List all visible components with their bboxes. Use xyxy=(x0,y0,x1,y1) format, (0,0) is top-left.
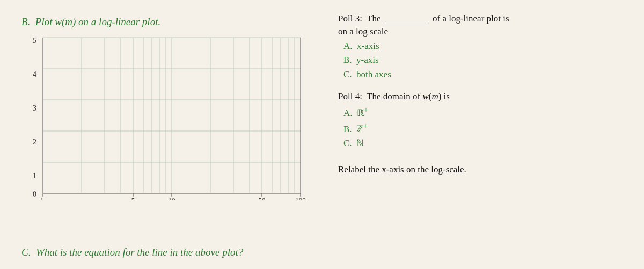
poll4-option-a: A. ℝ+ xyxy=(343,104,623,120)
poll3-option-a: A. x-axis xyxy=(343,39,623,53)
poll4-option-c: C. ℕ xyxy=(343,136,623,150)
poll3-title-line2: on a log scale xyxy=(338,26,623,37)
poll3-option-b: B. y-axis xyxy=(343,53,623,67)
right-panel: Poll 3: The of a log-linear plot is on a… xyxy=(322,11,623,240)
relabel-text: Relabel the x-axis on the log-scale. xyxy=(338,164,623,175)
plot-svg: 5 4 3 2 1 0 xyxy=(27,33,306,200)
poll4-block: Poll 4: The domain of w(m) is A. ℝ+ B. ℤ… xyxy=(338,91,623,150)
main-content: B. Plot w(m) on a log-linear plot. 5 4 3… xyxy=(21,11,623,240)
y-tick-5: 5 xyxy=(33,37,36,45)
left-panel: B. Plot w(m) on a log-linear plot. 5 4 3… xyxy=(21,11,322,240)
y-tick-2: 2 xyxy=(33,138,36,146)
x-tick-1: 1 xyxy=(40,196,44,200)
poll3-option-c: C. both axes xyxy=(343,68,623,82)
y-tick-3: 3 xyxy=(33,104,36,112)
plot-area: 5 4 3 2 1 0 xyxy=(27,33,306,205)
y-tick-0: 0 xyxy=(33,190,36,198)
bottom-question: C. What is the equation for the line in … xyxy=(21,246,623,258)
poll4-title: Poll 4: The domain of w(m) is xyxy=(338,91,623,102)
poll4-option-b: B. ℤ+ xyxy=(343,120,623,136)
x-tick-100: 100 xyxy=(295,196,306,200)
x-tick-5: 5 xyxy=(131,196,135,200)
poll3-block: Poll 3: The of a log-linear plot is on a… xyxy=(338,13,623,82)
poll4-options: A. ℝ+ B. ℤ+ C. ℕ xyxy=(343,104,623,150)
section-b-title: B. Plot w(m) on a log-linear plot. xyxy=(21,16,322,28)
poll3-options: A. x-axis B. y-axis C. both axes xyxy=(343,39,623,82)
x-tick-10: 10 xyxy=(169,196,175,200)
x-tick-50: 50 xyxy=(259,196,266,200)
poll3-title: Poll 3: The of a log-linear plot is xyxy=(338,13,623,24)
y-tick-4: 4 xyxy=(33,70,36,78)
y-tick-1: 1 xyxy=(33,172,36,180)
